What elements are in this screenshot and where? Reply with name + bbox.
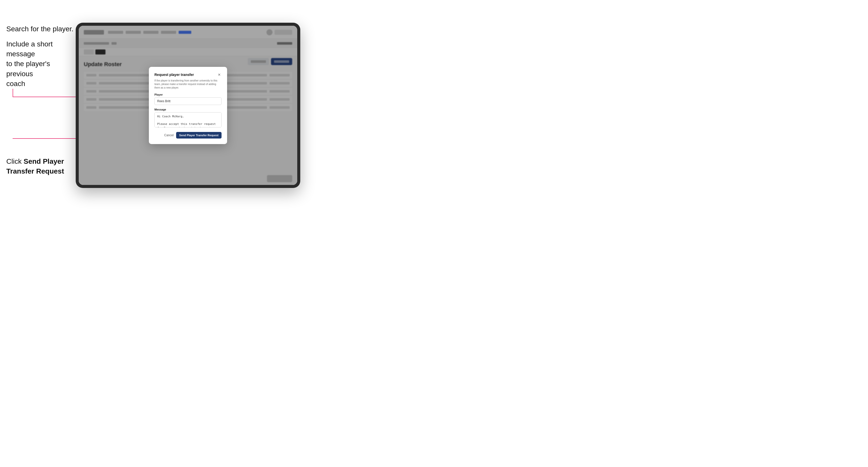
message-textarea[interactable]: Hi Coach McHarg, Please accept this tran…	[154, 112, 221, 127]
modal-header: Request player transfer ✕	[154, 72, 221, 77]
annotation-message-text: Include a short messageto the player's p…	[6, 40, 53, 88]
modal-overlay: Request player transfer ✕ If the player …	[79, 26, 297, 185]
annotation-click-prefix: Click	[6, 157, 24, 165]
player-field-label: Player	[154, 93, 221, 96]
tablet-device: Update Roster	[76, 23, 300, 188]
modal-footer: Cancel Send Player Transfer Request	[154, 132, 221, 138]
modal-dialog: Request player transfer ✕ If the player …	[149, 67, 227, 144]
message-field-label: Message	[154, 108, 221, 111]
annotation-message: Include a short messageto the player's p…	[6, 39, 74, 89]
send-transfer-button[interactable]: Send Player Transfer Request	[176, 132, 221, 138]
close-icon[interactable]: ✕	[217, 72, 221, 77]
arrow-line-1-vertical	[12, 89, 13, 97]
annotation-click: Click Send PlayerTransfer Request	[6, 156, 74, 176]
annotation-search: Search for the player.	[6, 24, 73, 34]
modal-title: Request player transfer	[154, 73, 194, 77]
tablet-screen: Update Roster	[79, 26, 297, 185]
modal-description: If the player is transferring from anoth…	[154, 79, 221, 90]
cancel-button[interactable]: Cancel	[164, 133, 174, 137]
player-input[interactable]	[154, 97, 221, 105]
